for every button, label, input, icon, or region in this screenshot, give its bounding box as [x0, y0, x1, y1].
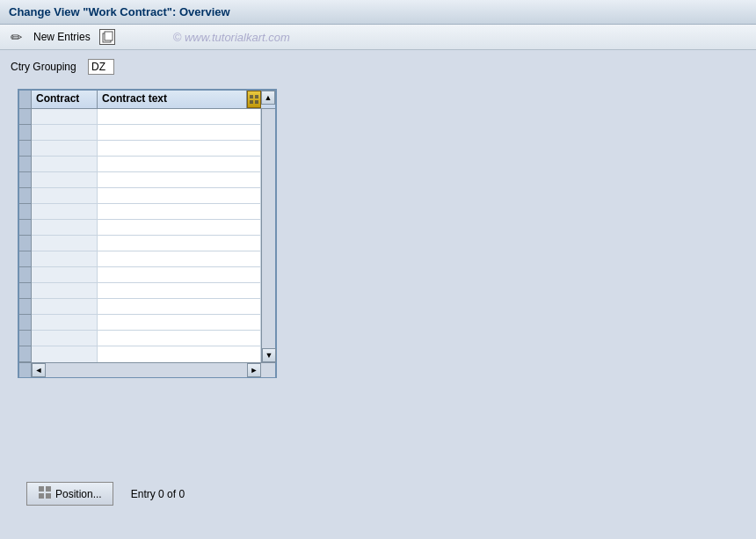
position-icon [38, 485, 52, 502]
cell-text[interactable] [98, 220, 261, 235]
svg-rect-9 [46, 493, 51, 499]
cell-contract[interactable] [32, 267, 98, 282]
cell-contract[interactable] [32, 109, 98, 124]
row-indicator [19, 283, 31, 299]
row-indicator [19, 141, 31, 157]
cell-contract[interactable] [32, 283, 98, 298]
new-entries-button[interactable]: New Entries [30, 29, 94, 45]
row-indicator [19, 331, 31, 346]
row-indicator [19, 267, 31, 283]
table-row [32, 299, 261, 315]
cell-contract[interactable] [32, 236, 98, 251]
table-row [32, 172, 261, 188]
table-row [32, 204, 261, 220]
position-button[interactable]: Position... [26, 482, 113, 506]
cell-contract[interactable] [32, 299, 98, 314]
svg-rect-3 [255, 95, 258, 98]
cell-text[interactable] [98, 157, 261, 171]
svg-rect-6 [39, 486, 44, 492]
table-row [32, 220, 261, 236]
cell-contract[interactable] [32, 125, 98, 140]
row-indicator [19, 172, 31, 188]
table-body: ▼ [19, 109, 275, 362]
cell-text[interactable] [98, 346, 261, 362]
table-row [32, 331, 261, 346]
grouping-input[interactable] [88, 59, 114, 75]
row-indicator [19, 157, 31, 172]
cell-contract[interactable] [32, 220, 98, 235]
row-indicator [19, 109, 31, 125]
content-area: Ctry Grouping Contract Contract text ▲ [0, 50, 756, 390]
cell-text[interactable] [98, 267, 261, 282]
scroll-left-button[interactable]: ◄ [32, 363, 46, 377]
row-indicator [19, 236, 31, 251]
corner-indicator [19, 363, 32, 377]
grouping-field-row: Ctry Grouping [11, 59, 745, 75]
row-indicator [19, 188, 31, 204]
table-row [32, 251, 261, 267]
scroll-down-button[interactable]: ▼ [262, 348, 276, 362]
table-header: Contract Contract text ▲ [19, 91, 275, 109]
table-row [32, 141, 261, 157]
cell-text[interactable] [98, 141, 261, 156]
cell-contract[interactable] [32, 157, 98, 171]
table-row [32, 315, 261, 331]
title-bar: Change View "Work Contract": Overview [0, 0, 756, 25]
row-indicators [19, 109, 32, 362]
pencil-icon: ✏ [7, 28, 25, 46]
svg-rect-8 [39, 493, 44, 499]
row-indicator [19, 125, 31, 141]
cell-contract[interactable] [32, 141, 98, 156]
svg-rect-4 [250, 100, 253, 104]
svg-rect-1 [105, 32, 113, 40]
table-row [32, 346, 261, 362]
table-row [32, 267, 261, 283]
row-indicator [19, 315, 31, 331]
cell-contract[interactable] [32, 331, 98, 346]
cell-text[interactable] [98, 331, 261, 346]
cell-contract[interactable] [32, 204, 98, 219]
cell-text[interactable] [98, 251, 261, 266]
table-settings-button[interactable] [247, 91, 261, 108]
cell-contract[interactable] [32, 346, 98, 362]
table-row [32, 157, 261, 172]
data-table: Contract Contract text ▲ [18, 89, 277, 378]
copy-icon[interactable] [99, 29, 115, 45]
svg-rect-5 [255, 100, 258, 104]
cell-text[interactable] [98, 204, 261, 219]
row-indicator [19, 346, 31, 362]
row-indicator [19, 299, 31, 315]
table-row [32, 283, 261, 299]
table-row [32, 125, 261, 141]
row-indicator [19, 251, 31, 267]
cell-text[interactable] [98, 299, 261, 314]
cell-text[interactable] [98, 283, 261, 298]
svg-rect-2 [250, 95, 253, 98]
page-title: Change View "Work Contract": Overview [9, 5, 230, 18]
table-data-rows [32, 109, 261, 362]
corner-right [261, 363, 275, 377]
svg-rect-7 [46, 486, 51, 492]
row-indicator [19, 204, 31, 220]
grouping-label: Ctry Grouping [11, 61, 81, 73]
table-row [32, 109, 261, 125]
cell-contract[interactable] [32, 172, 98, 187]
column-header-contract-text: Contract text [98, 91, 247, 108]
table-row [32, 188, 261, 204]
table-row [32, 236, 261, 251]
cell-text[interactable] [98, 188, 261, 203]
cell-contract[interactable] [32, 188, 98, 203]
hscroll-track [46, 363, 247, 377]
scroll-right-button[interactable]: ► [247, 363, 261, 377]
cell-contract[interactable] [32, 251, 98, 266]
cell-text[interactable] [98, 109, 261, 124]
cell-text[interactable] [98, 172, 261, 187]
cell-text[interactable] [98, 236, 261, 251]
vertical-scrollbar: ▼ [261, 109, 275, 362]
cell-text[interactable] [98, 125, 261, 140]
cell-contract[interactable] [32, 315, 98, 330]
row-indicator [19, 220, 31, 236]
position-label: Position... [55, 488, 102, 500]
cell-text[interactable] [98, 315, 261, 330]
scroll-up-button[interactable]: ▲ [261, 91, 275, 105]
